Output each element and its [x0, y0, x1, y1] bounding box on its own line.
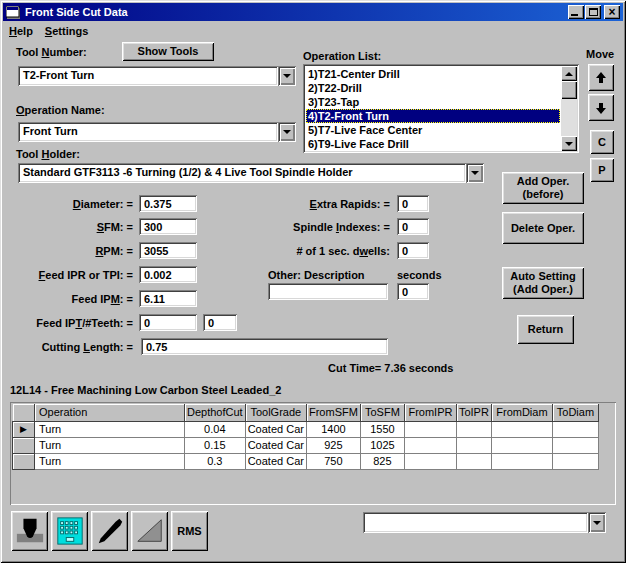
plunge-tool-button[interactable]	[11, 511, 48, 551]
cut-time-text: Cut Time= 7.36 seconds	[328, 362, 453, 374]
tool-holder-combo[interactable]: Standard GTF3113 -6 Turning (1/2) & 4 Li…	[18, 163, 484, 183]
grid-cell[interactable]: 0.15	[185, 437, 246, 453]
show-tools-button[interactable]: Show Tools	[122, 42, 214, 61]
grid-cell[interactable]	[552, 437, 598, 453]
grid-cell[interactable]: 750	[306, 453, 360, 469]
feed-ipr-input[interactable]	[139, 266, 197, 283]
spindle-indexes-input[interactable]	[397, 218, 429, 235]
grid-cell[interactable]	[404, 421, 456, 437]
rpm-label: RPM: =	[0, 245, 133, 257]
dwells-input[interactable]	[397, 242, 429, 259]
grid-cell[interactable]: 0.3	[185, 453, 246, 469]
maximize-button[interactable]	[585, 5, 601, 19]
feed-ipm-label: Feed IPM: =	[0, 293, 133, 305]
cutting-length-input[interactable]	[141, 338, 388, 355]
row-selector[interactable]	[13, 437, 35, 453]
minimize-button[interactable]	[568, 5, 584, 19]
tool-number-dropdown-button[interactable]	[278, 66, 296, 86]
close-button[interactable]: ×	[604, 5, 620, 19]
material-title: 12L14 - Free Machining Low Carbon Steel …	[10, 384, 281, 396]
auto-setting-button[interactable]: Auto Setting (Add Oper.)	[502, 267, 584, 299]
grid-body: ▶Turn0.04Coated Car14001550Turn0.15Coate…	[13, 421, 599, 469]
num-teeth-input[interactable]	[203, 314, 237, 331]
list-item[interactable]: 5)T7-Live Face Center	[306, 123, 560, 137]
bottom-combo[interactable]	[363, 512, 606, 533]
grid-cell[interactable]	[552, 453, 598, 469]
taper-tool-button[interactable]	[131, 511, 168, 551]
tool-number-combo[interactable]: T2-Front Turn	[18, 66, 296, 86]
grid-cell[interactable]: 825	[360, 453, 404, 469]
list-item[interactable]: 1)T21-Center Drill	[306, 67, 560, 81]
scroll-thumb[interactable]	[561, 81, 577, 99]
add-oper-button[interactable]: Add Oper. (before)	[502, 172, 584, 204]
cut-data-grid-container: OperationDepthofCutToolGradeFromSFMToSFM…	[10, 402, 616, 505]
move-up-button[interactable]	[588, 64, 614, 91]
scroll-down-icon	[565, 142, 573, 146]
tool-holder-dropdown-button[interactable]	[466, 163, 484, 183]
grid-cell[interactable]	[491, 437, 552, 453]
titlebar[interactable]: Front Side Cut Data ×	[3, 3, 623, 21]
c-button[interactable]: C	[590, 130, 614, 154]
bottom-combo-dropdown-button[interactable]	[588, 512, 606, 533]
grid-cell[interactable]	[456, 421, 491, 437]
rpm-input[interactable]	[139, 242, 197, 259]
operation-listbox[interactable]: 1)T21-Center Drill2)T22-Drill3)T23-Tap4)…	[303, 64, 579, 153]
scroll-down-button[interactable]	[561, 136, 577, 151]
diameter-input[interactable]	[139, 195, 197, 212]
sfm-label: SFM: =	[0, 221, 133, 233]
list-item[interactable]: 4)T2-Front Turn	[306, 109, 560, 123]
grid-cell[interactable]: Coated Car	[245, 453, 306, 469]
feed-ipm-input[interactable]	[139, 290, 197, 307]
plunge-tool-icon	[15, 516, 45, 546]
list-item[interactable]: 3)T23-Tap	[306, 95, 560, 109]
list-item[interactable]: 2)T22-Drill	[306, 81, 560, 95]
drill-tool-button[interactable]	[91, 511, 128, 551]
rms-button[interactable]: RMS	[171, 511, 208, 551]
grid-cell[interactable]: 925	[306, 437, 360, 453]
grid-header-cell: ToDiam	[552, 404, 598, 421]
delete-oper-button[interactable]: Delete Oper.	[502, 212, 584, 244]
operation-name-combo[interactable]: Front Turn	[18, 122, 296, 142]
operation-name-dropdown-button[interactable]	[278, 122, 296, 142]
other-description-input[interactable]	[268, 283, 388, 300]
window-title: Front Side Cut Data	[25, 6, 128, 18]
grid-cell[interactable]: Turn	[35, 421, 185, 437]
move-label: Move	[586, 48, 614, 60]
grid-cell[interactable]: 1550	[360, 421, 404, 437]
chevron-down-icon	[283, 74, 291, 78]
feed-ipt-input[interactable]	[139, 314, 197, 331]
scroll-up-button[interactable]	[561, 66, 577, 81]
extra-rapids-label: Extra Rapids: =	[240, 198, 390, 210]
calculator-button[interactable]	[51, 511, 88, 551]
operation-list-scrollbar[interactable]	[561, 66, 577, 151]
row-selector[interactable]	[13, 453, 35, 469]
sfm-input[interactable]	[139, 218, 197, 235]
grid-cell[interactable]: Turn	[35, 453, 185, 469]
grid-cell[interactable]: Turn	[35, 437, 185, 453]
grid-cell[interactable]: 0.04	[185, 421, 246, 437]
grid-cell[interactable]	[404, 453, 456, 469]
move-down-button[interactable]	[588, 94, 614, 121]
return-button[interactable]: Return	[517, 315, 574, 344]
chevron-down-icon	[471, 171, 479, 175]
grid-cell[interactable]	[552, 421, 598, 437]
other-seconds-input[interactable]	[397, 283, 429, 300]
grid-header-cell: FromIPR	[404, 404, 456, 421]
menu-help[interactable]: Help	[3, 23, 39, 39]
p-button[interactable]: P	[590, 158, 614, 182]
list-item[interactable]: 6)T9-Live Face Drill	[306, 137, 560, 150]
grid-cell[interactable]	[404, 437, 456, 453]
grid-cell[interactable]	[456, 453, 491, 469]
grid-cell[interactable]	[456, 437, 491, 453]
grid-cell[interactable]	[491, 421, 552, 437]
grid-cell[interactable]	[491, 453, 552, 469]
grid-cell[interactable]: Coated Car	[245, 437, 306, 453]
extra-rapids-input[interactable]	[397, 195, 429, 212]
grid-cell[interactable]: Coated Car	[245, 421, 306, 437]
grid-cell[interactable]: 1400	[306, 421, 360, 437]
grid-cell[interactable]: 1025	[360, 437, 404, 453]
calculator-icon	[55, 516, 85, 546]
active-row-marker[interactable]: ▶	[13, 421, 35, 437]
minimize-icon	[571, 14, 578, 16]
menu-settings[interactable]: Settings	[39, 23, 94, 39]
